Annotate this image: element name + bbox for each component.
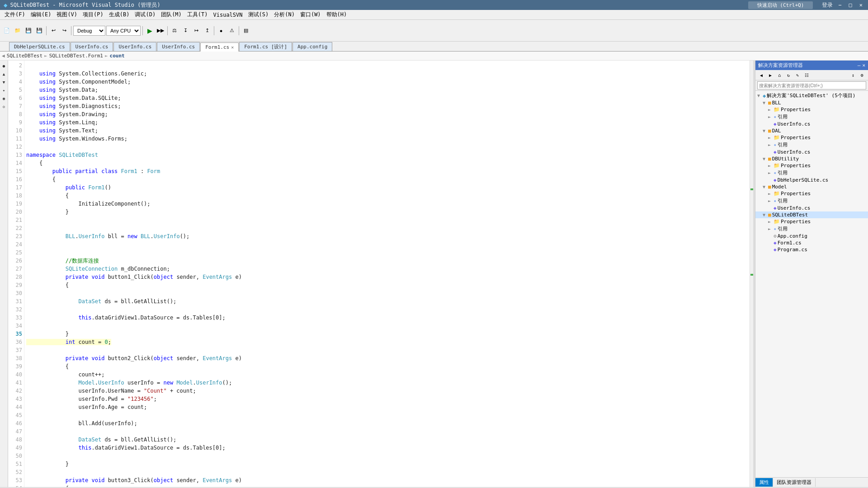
form1-cs-icon: ◆: [774, 240, 777, 246]
step-out-btn[interactable]: ↥: [202, 26, 212, 36]
tab-userinfo2[interactable]: UserInfo.cs: [113, 42, 156, 51]
tree-dal[interactable]: ▼ ■ DAL: [755, 127, 868, 134]
tree-dal-properties[interactable]: ► 📁 Properties: [755, 134, 868, 141]
tree-sqlitedbtest[interactable]: ▼ ■ SQLiteDBTest: [755, 211, 868, 218]
sidebar-refresh-btn[interactable]: ↻: [784, 71, 793, 79]
tab-dbhelpersqlite[interactable]: DbHelperSQLite.cs: [9, 42, 70, 51]
debug-config-select[interactable]: Debug Release: [73, 26, 105, 36]
breadcrumb-bar: ◀ SQLiteDBTest ► SQLiteDBTest.Form1 ► co…: [0, 52, 868, 61]
perf-btn[interactable]: ▤: [241, 26, 251, 36]
maximize-button[interactable]: □: [847, 2, 854, 8]
tree-model-properties[interactable]: ► 📁 Properties: [755, 190, 868, 197]
step-into-btn[interactable]: ↧: [180, 26, 190, 36]
sidebar-tab-properties[interactable]: 属性: [755, 478, 773, 487]
tree-solution-root[interactable]: ▼ ◆ 解决方案'SQLiteDBTest' (5个项目): [755, 92, 868, 99]
code-content[interactable]: using System.Collections.Generic; using …: [24, 61, 750, 487]
exception-btn[interactable]: ⚠: [227, 26, 237, 36]
redo-btn[interactable]: ↪: [59, 26, 69, 36]
menu-tools[interactable]: 工具(T): [184, 10, 211, 19]
tab-userinfo1[interactable]: UserInfo.cs: [71, 42, 113, 51]
tree-sqlitedbtest-program[interactable]: ◆ Program.cs: [755, 246, 868, 253]
tree-bll-ref[interactable]: ► ✦ 引用: [755, 113, 868, 121]
menu-view[interactable]: 视图(V): [54, 10, 80, 19]
save-all-btn[interactable]: 💾: [34, 26, 44, 36]
menu-team[interactable]: 团队(M): [158, 10, 184, 19]
sidebar-expand-btn[interactable]: ⇕: [849, 71, 857, 79]
close-button[interactable]: ✕: [858, 2, 864, 8]
tree-sqlitedbtest-form1[interactable]: ◆ Form1.cs: [755, 239, 868, 246]
breadcrumb-project[interactable]: SQLiteDBTest: [7, 53, 42, 59]
sidebar-filter-btn[interactable]: ☷: [802, 71, 811, 79]
sidebar-tab-team[interactable]: 团队资源管理器: [773, 478, 816, 487]
tree-bll[interactable]: ▼ ■ BLL: [755, 99, 868, 106]
undo-btn[interactable]: ↩: [48, 26, 58, 36]
left-tool-5[interactable]: ◉: [0, 95, 8, 102]
menu-file[interactable]: 文件(F): [2, 10, 28, 19]
scroll-mark-1: [750, 188, 753, 190]
sidebar-search-input[interactable]: [757, 81, 866, 89]
step-over-btn[interactable]: ↦: [191, 26, 201, 36]
tree-dal-ref[interactable]: ► ✦ 引用: [755, 141, 868, 149]
start-debug-btn[interactable]: ▶▶: [156, 26, 165, 36]
tab-form1-design[interactable]: Form1.cs [设计]: [239, 42, 292, 51]
menu-window[interactable]: 窗口(W): [297, 10, 324, 19]
left-tool-6[interactable]: ◇: [0, 103, 8, 110]
model-cs-icon: ◆: [774, 205, 777, 211]
tab-form1-cs[interactable]: Form1.cs ✕: [200, 42, 239, 52]
tree-bll-properties[interactable]: ► 📁 Properties: [755, 106, 868, 113]
bll-ref-icon: ✦: [774, 114, 777, 120]
menu-debug[interactable]: 调试(D): [132, 10, 158, 19]
left-tool-2[interactable]: ▲: [0, 70, 8, 78]
tab-close-form1[interactable]: ✕: [231, 45, 234, 50]
tab-userinfo3[interactable]: UserInfo.cs: [157, 42, 200, 51]
tree-model-userinfo[interactable]: ◆ UserInfo.cs: [755, 205, 868, 211]
tree-model[interactable]: ▼ ■ Model: [755, 183, 868, 190]
new-project-btn[interactable]: 📄: [2, 26, 12, 36]
left-tool-4[interactable]: ✦: [0, 87, 8, 94]
menu-test[interactable]: 测试(S): [245, 10, 272, 19]
sidebar-home-btn[interactable]: ⌂: [775, 71, 783, 79]
search-box[interactable]: 快速启动 (Ctrl+Q): [748, 1, 813, 9]
sidebar-pin-btn[interactable]: —: [858, 62, 861, 68]
menu-analyze[interactable]: 分析(N): [271, 10, 297, 19]
sidebar-settings-btn[interactable]: ⚙: [858, 71, 866, 79]
menu-project[interactable]: 项目(P): [80, 10, 106, 19]
sidebar-back-btn[interactable]: ◀: [757, 71, 765, 79]
left-tool-3[interactable]: ▼: [0, 79, 8, 86]
breadcrumb-namespace[interactable]: SQLiteDBTest.Form1: [49, 53, 103, 59]
sidebar-close-btn[interactable]: ✕: [862, 62, 865, 68]
attach-btn[interactable]: ⚖: [170, 26, 179, 36]
tree-dal-userinfo[interactable]: ◆ UserInfo.cs: [755, 149, 868, 155]
menu-build[interactable]: 生成(B): [106, 10, 132, 19]
tree-sqlitedbtest-ref[interactable]: ► ✦ 引用: [755, 225, 868, 233]
bll-icon: ■: [768, 100, 771, 106]
scroll-indicator: [750, 61, 753, 487]
tree-dbutility-dbhelper[interactable]: ◆ DbHelperSQLite.cs: [755, 177, 868, 183]
left-tool-1[interactable]: ●: [0, 62, 8, 70]
tab-appconfig[interactable]: App.config: [292, 42, 332, 51]
dbutility-icon: ■: [768, 156, 771, 162]
start-btn[interactable]: ▶: [145, 26, 155, 36]
dal-icon: ■: [768, 128, 771, 134]
open-btn[interactable]: 📁: [13, 26, 23, 36]
user-label: 登录: [822, 1, 833, 9]
tree-bll-userinfo[interactable]: ◆ UserInfo.cs: [755, 121, 868, 127]
breakpoint-btn[interactable]: ●: [216, 26, 226, 36]
tree-dbutility-ref[interactable]: ► ✦ 引用: [755, 169, 868, 177]
tree-model-ref[interactable]: ► ✦ 引用: [755, 197, 868, 205]
platform-select[interactable]: Any CPU: [106, 26, 141, 36]
menu-visualsvn[interactable]: VisualSVN: [211, 11, 245, 19]
tree-dbutility-properties[interactable]: ► 📁 Properties: [755, 162, 868, 169]
save-btn[interactable]: 💾: [24, 26, 33, 36]
sidebar-forward-btn[interactable]: ▶: [766, 71, 774, 79]
minimize-button[interactable]: −: [836, 2, 843, 8]
tree-sqlitedbtest-properties[interactable]: ► 📁 Properties: [755, 218, 868, 225]
breadcrumb-member[interactable]: count: [110, 53, 125, 59]
sidebar-title: 解决方案资源管理器: [758, 62, 803, 69]
tree-sqlitedbtest-appconfig[interactable]: ⚙ App.config: [755, 233, 868, 239]
tree-dbutility[interactable]: ▼ ■ DBUtility: [755, 155, 868, 162]
menu-edit[interactable]: 编辑(E): [28, 10, 54, 19]
sidebar-props-btn[interactable]: ✎: [793, 71, 802, 79]
menu-help[interactable]: 帮助(H): [324, 10, 350, 19]
sqlitedbtest-ref-icon: ✦: [774, 226, 777, 232]
